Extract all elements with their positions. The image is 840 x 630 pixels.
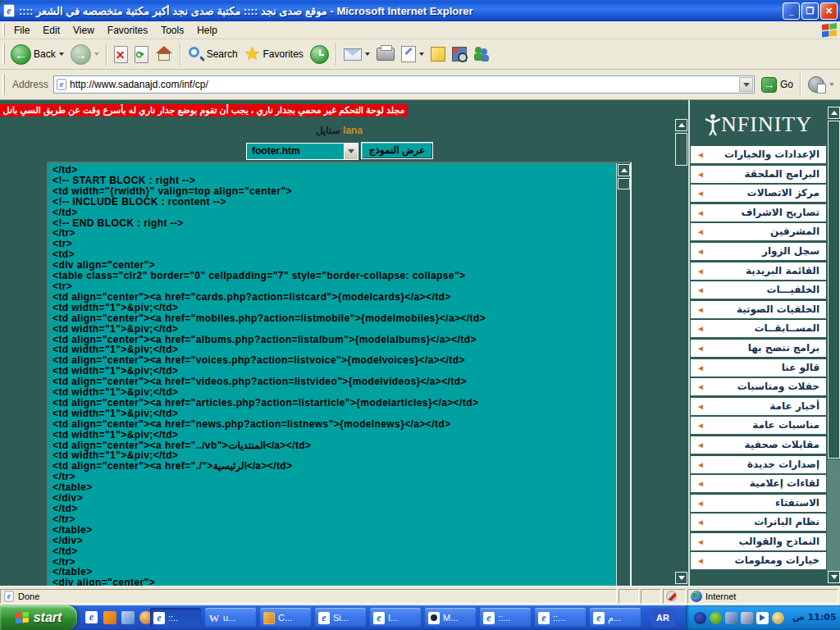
sidebar-menu-item[interactable]: ◄ القائمة البريدية <box>691 262 826 280</box>
edit-dropdown-icon[interactable] <box>419 52 424 56</box>
messenger-button[interactable] <box>470 44 493 64</box>
sidebar-scrollbar[interactable] <box>827 100 840 586</box>
select-dropdown-icon[interactable] <box>344 144 358 159</box>
menu-item[interactable]: File <box>7 23 36 38</box>
menu-grip[interactable] <box>2 24 5 36</box>
back-button[interactable]: ←Back <box>7 43 67 66</box>
start-flag-icon <box>16 612 30 624</box>
edit-button[interactable] <box>398 44 427 64</box>
taskbar-window-button[interactable]: e م... <box>590 608 641 628</box>
restore-button[interactable]: ❐ <box>801 2 819 20</box>
tray-language-bar-icon[interactable] <box>756 612 769 624</box>
discuss-button[interactable] <box>427 45 449 63</box>
quicklaunch-desktop-icon[interactable] <box>121 611 135 624</box>
quicklaunch-ie-icon[interactable]: e <box>85 611 98 624</box>
tray-display-icon[interactable] <box>725 612 737 624</box>
sidebar-menu-item[interactable]: ◄ النماذج والقوالب <box>691 533 826 550</box>
tray-volume-icon[interactable] <box>772 612 784 624</box>
scroll-down-button[interactable] <box>828 571 840 583</box>
template-select[interactable]: footer.htm <box>246 143 358 160</box>
sidebar-menu-item[interactable]: ◄ البرامج الملحقة <box>691 166 826 183</box>
start-button[interactable]: start <box>0 605 77 630</box>
print-button[interactable] <box>373 46 398 62</box>
refresh-button[interactable]: ⟳ <box>131 44 152 65</box>
taskbar-window-button[interactable]: M... <box>425 608 476 628</box>
scroll-up-button[interactable] <box>618 164 630 176</box>
tray-messenger-icon[interactable] <box>710 612 722 624</box>
sidebar-menu-item[interactable]: ◄ سجل الزوار <box>691 243 826 260</box>
scroll-up-button[interactable] <box>828 107 840 119</box>
scroll-thumb[interactable] <box>675 133 687 166</box>
language-indicator[interactable]: AR <box>651 609 675 627</box>
sidebar-menu-item[interactable]: ◄ أخبار عامة <box>691 398 826 415</box>
taskbar-window-button[interactable]: e ::.. <box>150 608 201 628</box>
tray-network-icon[interactable] <box>741 612 753 624</box>
scroll-up-button[interactable] <box>675 119 687 131</box>
preview-template-button[interactable]: عرض النموذج <box>361 142 433 159</box>
scroll-thumb[interactable] <box>828 121 840 459</box>
template-code-textarea[interactable]: </td> <!-- START BLOCK : right --> <td w… <box>47 162 632 586</box>
sidebar-menu-item[interactable]: ◄ تصاريح الاشراف <box>691 204 826 221</box>
history-button[interactable] <box>307 43 332 66</box>
toolbar-grip[interactable] <box>2 43 5 64</box>
minimize-button[interactable]: _ <box>783 2 800 20</box>
status-text: Done <box>18 591 39 601</box>
sidebar-menu-item[interactable]: ◄ الإعدادات والخيارات <box>691 146 826 163</box>
mail-button[interactable] <box>340 47 373 62</box>
sidebar-menu-item[interactable]: ◄ قالو عنا <box>691 359 826 377</box>
sidebar-menu-item[interactable]: ◄ المســابقــات <box>691 320 826 337</box>
address-dropdown[interactable] <box>739 77 753 92</box>
sidebar-menu-item[interactable]: ◄ لقاءات إعلامية <box>691 475 826 492</box>
taskbar-window-button[interactable]: e ::... <box>535 608 586 628</box>
sidebar-menu-item[interactable]: ◄ الاستفتاء <box>691 495 826 512</box>
links-dropdown-icon[interactable] <box>829 83 834 86</box>
sidebar-menu-item[interactable]: ◄ برامج ننصح بها <box>691 340 826 357</box>
menu-item[interactable]: Favorites <box>101 23 154 38</box>
home-button[interactable] <box>152 44 176 64</box>
taskbar-window-button[interactable]: e I... <box>370 608 421 628</box>
menu-item[interactable]: View <box>66 23 101 38</box>
tray-audio-icon[interactable] <box>694 612 706 624</box>
quicklaunch-clock-icon[interactable] <box>103 611 116 624</box>
sidebar-menu-item[interactable]: ◄ الخلفيـــات <box>691 281 826 299</box>
stop-button[interactable]: ✕ <box>111 44 131 65</box>
scroll-track[interactable] <box>827 459 840 571</box>
taskbar-window-button[interactable]: C... <box>260 608 311 628</box>
sidebar-menu-item[interactable]: ◄ نظام البانرات <box>691 514 826 531</box>
sidebar-menu-item[interactable]: ◄ إصدارات جديدة <box>691 456 826 473</box>
scroll-thumb[interactable] <box>618 178 630 189</box>
task-icon <box>428 612 440 624</box>
task-icon: e <box>483 612 495 624</box>
address-separator <box>800 73 801 96</box>
go-icon: → <box>761 77 777 93</box>
back-dropdown-icon[interactable] <box>59 52 64 56</box>
menu-item[interactable]: Edit <box>36 23 66 38</box>
close-button[interactable]: ✕ <box>820 2 838 20</box>
template-code[interactable]: </td> <!-- START BLOCK : right --> <td w… <box>52 165 486 586</box>
menu-item[interactable]: Help <box>190 23 224 38</box>
sidebar-menu-item[interactable]: ◄ المشرفين <box>691 223 826 240</box>
sidebar-menu-item[interactable]: ◄ مقابلات صحفية <box>691 436 826 454</box>
sidebar-menu-item[interactable]: ◄ حفلات ومناسبات <box>691 378 826 395</box>
address-input[interactable]: e http://www.sadanajd.com/inf/cp/ <box>53 75 755 94</box>
research-button[interactable] <box>449 45 470 63</box>
go-button[interactable]: →Go <box>761 77 793 93</box>
textarea-scrollbar[interactable] <box>616 163 630 586</box>
forward-button[interactable]: → <box>67 43 103 66</box>
taskbar-window-button[interactable]: e ::... <box>480 608 531 628</box>
taskbar-window-button[interactable]: e Si... <box>315 608 366 628</box>
taskbar-window-button[interactable]: W u... <box>205 608 256 628</box>
favorites-button[interactable]: ★Favorites <box>241 43 307 65</box>
sidebar-menu-item[interactable]: ◄ مركز الاتصالات <box>691 185 826 202</box>
search-button[interactable]: Search <box>185 44 241 64</box>
links-icon[interactable] <box>808 76 824 93</box>
scroll-down-button[interactable] <box>675 572 687 584</box>
sidebar-menu-item[interactable]: ◄ خيارات ومعلومات <box>691 552 826 569</box>
address-grip[interactable] <box>2 74 5 94</box>
sidebar-menu-item[interactable]: ◄ مناسبات عامة <box>691 417 826 434</box>
mail-dropdown-icon[interactable] <box>365 52 370 56</box>
menu-item[interactable]: Tools <box>154 23 190 38</box>
left-arrow-icon: ◄ <box>696 556 705 565</box>
left-frame-scrollbar[interactable] <box>674 119 688 586</box>
sidebar-menu-item[interactable]: ◄ الخلفيات الصوتية <box>691 301 826 318</box>
